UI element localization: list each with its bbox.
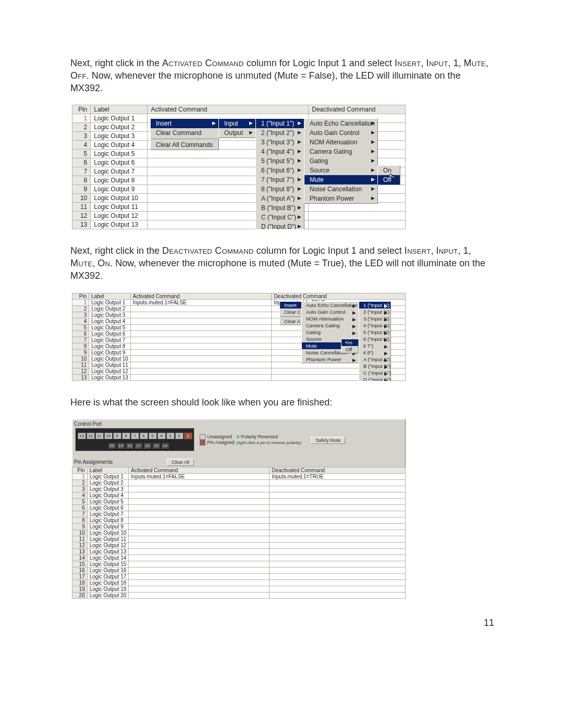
- submenu-properties[interactable]: Auto Echo Cancellation▶Auto Gain Control…: [304, 118, 378, 204]
- deactivated-cell[interactable]: [270, 492, 406, 499]
- submenu-inputs[interactable]: 1 ("Input 1")▶2 ("Input 2")▶3 ("Input 3"…: [359, 301, 391, 381]
- activated-cell[interactable]: [129, 593, 270, 599]
- pin-cell-17[interactable]: 17: [134, 442, 143, 449]
- activated-cell[interactable]: [129, 542, 270, 549]
- deactivated-cell[interactable]: [309, 220, 406, 229]
- deactivated-cell[interactable]: [270, 511, 406, 517]
- menu-item-input-1[interactable]: 1 ("Input 1")▶: [359, 302, 390, 309]
- deactivated-cell[interactable]: [270, 542, 406, 549]
- col-header-pin[interactable]: Pin: [72, 293, 89, 299]
- pin-cell-10[interactable]: 10: [104, 433, 113, 439]
- menu-item-input-6[interactable]: 6 ("Input 6")▶: [256, 166, 304, 175]
- table-row[interactable]: 5Logic Output 5: [72, 499, 406, 505]
- activated-cell[interactable]: [130, 305, 272, 312]
- menu-item-input-9[interactable]: A ("Input A")▶: [256, 194, 304, 203]
- table-row[interactable]: 2Logic Output 2: [72, 480, 406, 486]
- col-header-pin[interactable]: Pin: [72, 105, 91, 114]
- deactivated-cell[interactable]: [270, 561, 406, 567]
- activated-cell[interactable]: [130, 368, 272, 374]
- table-row[interactable]: 8Logic Output 8: [72, 517, 406, 524]
- table-row[interactable]: 1Logic Output 1Inputs.muted.1=FALSEInput…: [72, 474, 406, 480]
- activated-cell[interactable]: [129, 530, 270, 536]
- menu-item-input-8[interactable]: 8 ("Input 8")▶: [256, 184, 304, 194]
- deactivated-cell[interactable]: [270, 499, 406, 505]
- activated-cell[interactable]: [130, 312, 272, 318]
- pin-cell-20[interactable]: 20: [108, 442, 116, 449]
- menu-item-clear-command[interactable]: Clear Command: [151, 128, 218, 138]
- activated-cell[interactable]: [129, 511, 270, 517]
- pin-cell-18[interactable]: 18: [126, 442, 134, 449]
- deactivated-cell[interactable]: [270, 567, 406, 574]
- deactivated-cell[interactable]: [270, 586, 406, 593]
- menu-item-prop[interactable]: Source▶: [304, 166, 377, 175]
- activated-cell[interactable]: [129, 574, 270, 580]
- context-menu-root[interactable]: Insert Clear C Clear A: [279, 301, 302, 325]
- pin-cell-12[interactable]: 12: [87, 433, 95, 439]
- menu-item-input-2[interactable]: 2 ("Input 2")▶: [359, 309, 390, 315]
- menu-item-output[interactable]: Output▶: [219, 128, 255, 138]
- clear-all-button[interactable]: Clear All: [167, 459, 194, 466]
- activated-cell[interactable]: [130, 330, 272, 337]
- table-row[interactable]: 4Logic Output 4: [72, 492, 406, 499]
- menu-item-prop[interactable]: Camera Gating▶: [302, 322, 359, 329]
- activated-cell[interactable]: Inputs.muted.1=FALSE: [130, 299, 272, 305]
- table-row[interactable]: 16Logic Output 16: [72, 567, 406, 574]
- menu-item-prop[interactable]: Auto Echo Cancellation▶: [304, 119, 377, 128]
- menu-item-input-5[interactable]: 5 ("Input 5")▶: [256, 156, 304, 166]
- menu-item-prop[interactable]: Camera Gating▶: [304, 147, 377, 156]
- context-menu-root[interactable]: Insert▶ Clear Command Clear All Commands: [150, 118, 219, 150]
- menu-item-prop[interactable]: Mute▶: [304, 175, 377, 184]
- menu-item-prop[interactable]: Gating▶: [304, 156, 377, 166]
- col-header-label[interactable]: Label: [91, 105, 148, 114]
- menu-item-off[interactable]: Off: [341, 346, 358, 353]
- table-row[interactable]: 11Logic Output 11: [72, 203, 406, 212]
- activated-cell[interactable]: [129, 567, 270, 574]
- activated-cell[interactable]: [129, 524, 270, 530]
- activated-cell[interactable]: [129, 555, 270, 561]
- table-row[interactable]: 12Logic Output 12: [72, 368, 406, 374]
- table-row[interactable]: 11Logic Output 11: [72, 536, 406, 542]
- deactivated-cell[interactable]: [270, 536, 406, 542]
- table-row[interactable]: 14Logic Output 14: [72, 555, 406, 561]
- menu-item-input-3[interactable]: 3 ("Input 3")▶: [359, 315, 390, 322]
- pin-cell-1[interactable]: 1: [184, 433, 192, 439]
- menu-item-prop[interactable]: Auto Gain Control▶: [304, 128, 377, 138]
- table-row[interactable]: 12Logic Output 12: [72, 542, 406, 549]
- menu-item-prop[interactable]: NOM Attenuation▶: [302, 315, 359, 322]
- table-row[interactable]: 7Logic Output 7: [72, 511, 406, 517]
- activated-cell[interactable]: [129, 586, 270, 593]
- col-header-deactivated[interactable]: Deactivated Command: [270, 467, 406, 474]
- menu-item-prop[interactable]: Noise Cancellation▶: [304, 184, 377, 194]
- deactivated-cell[interactable]: [309, 212, 406, 220]
- activated-cell[interactable]: [129, 480, 270, 486]
- menu-item-input-11[interactable]: C ("Input C")▶: [256, 213, 304, 222]
- activated-cell[interactable]: [129, 549, 270, 555]
- menu-item-input-8[interactable]: it 8")▶: [359, 349, 390, 356]
- activated-cell[interactable]: [130, 362, 272, 368]
- col-header-activated[interactable]: Activated Command: [130, 293, 272, 299]
- deactivated-cell[interactable]: [309, 203, 406, 212]
- activated-cell[interactable]: [130, 374, 272, 380]
- menu-item-input-9[interactable]: A ("Input A")▶: [359, 356, 390, 363]
- menu-item-input-12[interactable]: D ("Input D")▶: [359, 376, 390, 381]
- table-row[interactable]: 12Logic Output 12: [72, 212, 406, 220]
- activated-cell[interactable]: [129, 561, 270, 567]
- activated-cell[interactable]: [129, 505, 270, 511]
- col-header-label[interactable]: Label: [87, 467, 129, 474]
- pin-cell-16[interactable]: 16: [143, 442, 152, 449]
- activated-cell[interactable]: [130, 337, 272, 343]
- col-header-deactivated[interactable]: Deactivated Command: [272, 293, 406, 299]
- pin-cell-4[interactable]: 4: [157, 433, 166, 439]
- menu-item-prop[interactable]: Phantom Power▶: [304, 194, 377, 203]
- table-row[interactable]: 15Logic Output 15: [72, 561, 406, 567]
- activated-cell[interactable]: [130, 324, 272, 330]
- pin-cell-13[interactable]: 13: [78, 433, 86, 439]
- menu-item-input-4[interactable]: 4 ("Input 4")▶: [256, 147, 304, 156]
- activated-cell[interactable]: [129, 486, 270, 492]
- menu-item-prop[interactable]: Phantom Power▶: [302, 356, 359, 363]
- menu-item-input-4[interactable]: 4 ("Input 4")▶: [359, 322, 390, 329]
- pin-cell-11[interactable]: 11: [95, 433, 104, 439]
- submenu-properties[interactable]: Auto Echo Cancellation▶Auto Gain Control…: [301, 301, 359, 363]
- activated-cell[interactable]: [130, 318, 272, 324]
- pin-cell-2[interactable]: 2: [175, 433, 183, 439]
